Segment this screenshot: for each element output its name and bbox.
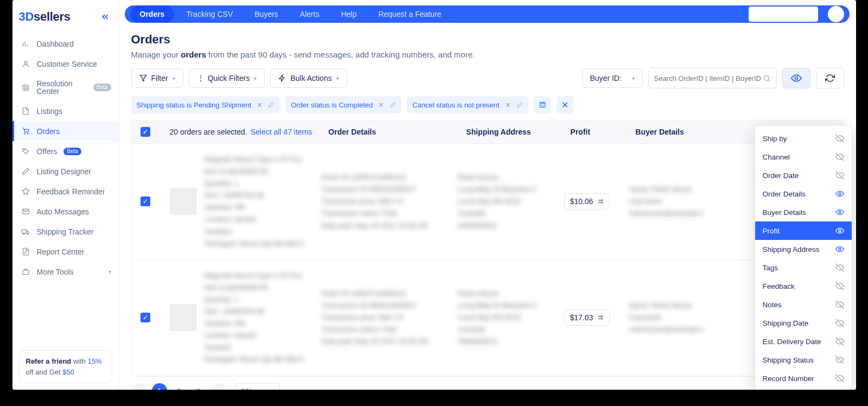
svg-point-2 <box>24 86 27 88</box>
buyer-id-select[interactable]: Buyer ID:▾ <box>582 68 643 88</box>
page-3[interactable]: 3 <box>191 383 206 390</box>
column-toggle-order-details[interactable]: Order Details <box>755 185 852 203</box>
page-size-select[interactable]: 20/page▾ <box>235 383 280 390</box>
tab-help[interactable]: Help <box>331 5 367 23</box>
sidebar-item-report-center[interactable]: Report Center <box>12 242 119 262</box>
column-toggle-ship-by[interactable]: Ship by <box>755 129 852 148</box>
sidebar-item-label: Listings <box>37 107 62 115</box>
column-toggle-buyer-details[interactable]: Buyer Details <box>755 203 852 221</box>
svg-rect-7 <box>22 230 26 233</box>
svg-point-4 <box>27 134 28 134</box>
column-toggle-record-number[interactable]: Record Number <box>755 369 852 388</box>
svg-point-3 <box>24 134 25 134</box>
columns-toggle-button[interactable] <box>782 68 810 88</box>
column-label: Feedback <box>763 282 795 290</box>
chip-save-icon[interactable] <box>534 96 551 113</box>
column-label: Record Number <box>763 375 814 383</box>
chip-label: Shipping status is Pending Shipment <box>137 101 252 109</box>
page-2[interactable]: 2 <box>171 383 187 390</box>
column-toggle-channel[interactable]: Channel <box>755 148 852 166</box>
chip-remove-icon[interactable]: ✕ <box>257 101 263 109</box>
chip-clear-icon[interactable]: ✕ <box>557 96 574 113</box>
sidebar-item-resolution-center[interactable]: Resolution CenterBeta <box>12 74 119 101</box>
column-toggle-tags[interactable]: Tags <box>755 258 852 277</box>
svg-point-12 <box>795 77 797 80</box>
sidebar-item-dashboard[interactable]: Dashboard <box>12 34 119 54</box>
app-root: 3Dsellers DashboardCustomer ServiceResol… <box>12 0 856 390</box>
column-label: Order Date <box>763 172 799 180</box>
eye-off-icon <box>835 153 844 161</box>
tab-tracking-csv[interactable]: Tracking CSV <box>176 5 242 23</box>
column-toggle-shipping-address[interactable]: Shipping Address <box>755 240 852 258</box>
column-label: Shipping Address <box>763 245 820 253</box>
select-all-checkbox[interactable]: ✓ <box>141 127 150 137</box>
avatar[interactable] <box>828 6 844 22</box>
product-thumb <box>170 304 197 331</box>
profit-cell: $17.03 <box>564 309 629 326</box>
tab-orders[interactable]: Orders <box>130 5 175 23</box>
svg-point-0 <box>24 61 27 64</box>
order-search-input[interactable] <box>654 74 763 83</box>
row-checkbox[interactable]: ✓ <box>141 196 150 206</box>
select-all-link[interactable]: Select all 47 items <box>251 128 312 136</box>
table-body: ✓Magnetic Mount Type 3 XP Proitem id abc… <box>132 144 844 376</box>
sidebar-item-customer-service[interactable]: Customer Service <box>12 54 119 74</box>
sidebar: 3Dsellers DashboardCustomer ServiceResol… <box>12 0 119 390</box>
sidebar-item-auto-messages[interactable]: Auto Messages <box>12 201 119 221</box>
filter-chips: Shipping status is Pending Shipment✕Orde… <box>131 96 844 113</box>
chip-edit-icon[interactable] <box>516 101 523 108</box>
svg-point-9 <box>27 233 29 235</box>
page-prev[interactable]: ‹ <box>132 383 148 390</box>
refresh-button[interactable] <box>816 68 844 88</box>
page-1[interactable]: 1 <box>152 383 167 390</box>
toolbar: Filter▾ ⋮Quick Filters▾ Bulk Actions▾ Bu… <box>131 68 844 88</box>
chip-remove-icon[interactable]: ✕ <box>505 101 511 109</box>
sidebar-item-orders[interactable]: Orders <box>12 121 119 141</box>
column-toggle-profit[interactable]: Profit <box>755 221 852 240</box>
col-order-details: Order Details <box>328 128 466 136</box>
sidebar-item-label: More Tools <box>37 268 74 276</box>
eye-off-icon <box>835 171 844 180</box>
sidebar-item-listings[interactable]: Listings <box>12 101 119 121</box>
chip-remove-icon[interactable]: ✕ <box>378 101 384 109</box>
order-search[interactable] <box>648 68 777 88</box>
tab-request-a-feature[interactable]: Request a Feature <box>368 5 451 23</box>
tab-alerts[interactable]: Alerts <box>290 5 329 23</box>
profit-cell: $10.06 <box>564 193 629 210</box>
bulk-actions-button[interactable]: Bulk Actions▾ <box>270 68 347 88</box>
sidebar-item-label: Offers <box>37 148 58 155</box>
chip-edit-icon[interactable] <box>390 101 396 108</box>
sidebar-item-offers[interactable]: OffersBeta <box>12 141 119 161</box>
column-toggle-order-date[interactable]: Order Date <box>755 166 852 185</box>
sidebar-item-more-tools[interactable]: More Tools▾ <box>12 262 119 282</box>
row-checkbox[interactable]: ✓ <box>141 313 150 322</box>
filter-button[interactable]: Filter▾ <box>131 68 183 88</box>
top-search-input[interactable] <box>749 7 818 22</box>
profit-value[interactable]: $17.03 <box>564 309 610 326</box>
column-toggle-notes[interactable]: Notes <box>755 295 852 314</box>
page-subtitle: Manage your orders from the past 90 days… <box>131 50 844 59</box>
badge: Beta <box>93 84 111 91</box>
chip-edit-icon[interactable] <box>268 101 275 108</box>
pagination: ‹ 123 › 20/page▾ <box>131 377 844 390</box>
chip-label: Order status is Completed <box>291 101 373 109</box>
sidebar-item-shipping-tracker[interactable]: Shipping Tracker <box>12 221 119 242</box>
refer-a-friend-box[interactable]: Refer a friend with 15% off and Get $50 <box>19 350 112 383</box>
order-details-blurred: Order ID 14563713480219Transaction ID 89… <box>322 172 458 231</box>
columns-popover: Ship byChannelOrder DateOrder DetailsBuy… <box>755 126 852 390</box>
sidebar-collapse-icon[interactable] <box>100 12 110 22</box>
tab-buyers[interactable]: Buyers <box>245 5 288 23</box>
column-toggle-feedback[interactable]: Feedback <box>755 277 852 295</box>
sidebar-item-feedback-reminder[interactable]: Feedback Reminder <box>12 181 119 201</box>
column-toggle-shipping-date[interactable]: Shipping Date <box>755 314 852 332</box>
svg-point-14 <box>839 193 841 195</box>
column-toggle-shipping-status[interactable]: Shipping Status <box>755 351 852 369</box>
column-toggle-est--delivery-date[interactable]: Est. Delivery Date <box>755 332 852 351</box>
profit-value[interactable]: $10.06 <box>564 193 610 210</box>
sidebar-item-listing-designer[interactable]: Listing Designer <box>12 161 119 181</box>
refresh-icon <box>825 73 835 83</box>
page-next[interactable]: › <box>210 383 226 390</box>
quick-filters-button[interactable]: ⋮Quick Filters▾ <box>189 68 265 88</box>
badge: Beta <box>63 148 81 155</box>
product-thumb <box>170 188 197 215</box>
